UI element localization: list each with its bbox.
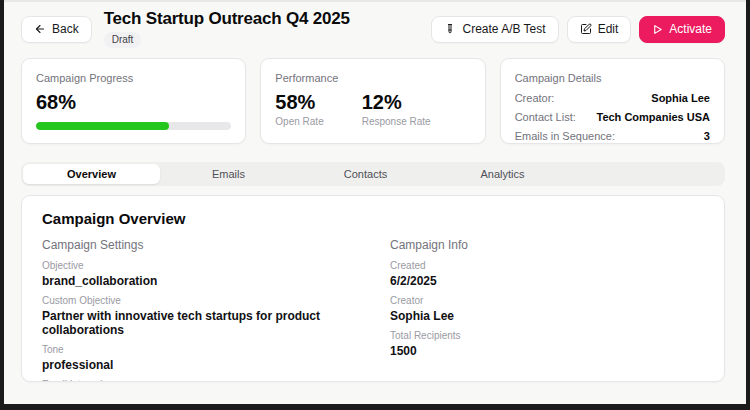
field-label: Objective bbox=[42, 260, 356, 271]
campaign-details-card: Campaign Details Creator: Sophia Lee Con… bbox=[500, 58, 725, 144]
field-creator: Creator Sophia Lee bbox=[390, 295, 704, 323]
page-content: Back Tech Startup Outreach Q4 2025 Draft… bbox=[4, 2, 746, 404]
stats-row: Campaign Progress 68% Performance 58% Op… bbox=[21, 58, 725, 144]
window-border-right bbox=[746, 0, 750, 410]
field-label: Created bbox=[390, 260, 704, 271]
field-custom-objective: Custom Objective Partner with innovative… bbox=[42, 295, 356, 337]
header: Back Tech Startup Outreach Q4 2025 Draft… bbox=[21, 10, 725, 48]
field-label: Email Interval bbox=[42, 379, 356, 382]
tab-overview[interactable]: Overview bbox=[23, 164, 160, 184]
campaign-progress-bar bbox=[36, 122, 231, 130]
performance-card: Performance 58% Open Rate 12% Response R… bbox=[260, 58, 485, 144]
field-objective: Objective brand_collaboration bbox=[42, 260, 356, 288]
field-value: 6/2/2025 bbox=[390, 274, 704, 288]
tab-analytics[interactable]: Analytics bbox=[434, 164, 571, 184]
campaign-info-column: Campaign Info Created 6/2/2025 Creator S… bbox=[390, 238, 704, 382]
field-value: Partner with innovative tech startups fo… bbox=[42, 309, 356, 337]
header-actions: Create A/B Test Edit Activate bbox=[431, 16, 725, 43]
campaign-overview-card: Campaign Overview Campaign Settings Obje… bbox=[21, 195, 725, 382]
field-total-recipients: Total Recipients 1500 bbox=[390, 330, 704, 358]
field-value: professional bbox=[42, 358, 356, 372]
test-tube-icon bbox=[444, 23, 456, 35]
edit-button-label: Edit bbox=[598, 22, 619, 36]
detail-row-value: Tech Companies USA bbox=[596, 111, 710, 124]
detail-row-label: Emails in Sequence: bbox=[515, 130, 615, 143]
detail-row-label: Contact List: bbox=[515, 111, 576, 124]
tab-emails[interactable]: Emails bbox=[160, 164, 297, 184]
pencil-square-icon bbox=[580, 23, 592, 35]
campaign-settings-column: Campaign Settings Objective brand_collab… bbox=[42, 238, 356, 382]
campaign-details-label: Campaign Details bbox=[515, 72, 710, 85]
field-value: 1500 bbox=[390, 344, 704, 358]
field-created: Created 6/2/2025 bbox=[390, 260, 704, 288]
detail-row-label: Creator: bbox=[515, 92, 555, 105]
detail-row-value: 3 bbox=[704, 130, 710, 143]
campaign-info-section-label: Campaign Info bbox=[390, 238, 704, 252]
window-border-bottom bbox=[0, 404, 750, 410]
response-rate-label: Response Rate bbox=[362, 116, 431, 127]
field-tone: Tone professional bbox=[42, 344, 356, 372]
field-value: brand_collaboration bbox=[42, 274, 356, 288]
activate-button-label: Activate bbox=[669, 22, 712, 36]
detail-row-contact-list: Contact List: Tech Companies USA bbox=[515, 111, 710, 124]
tab-contacts[interactable]: Contacts bbox=[297, 164, 434, 184]
open-rate-value: 58% bbox=[275, 91, 323, 113]
play-icon bbox=[652, 24, 663, 35]
open-rate-metric: 58% Open Rate bbox=[275, 91, 323, 127]
campaign-overview-title: Campaign Overview bbox=[42, 210, 704, 227]
detail-row-value: Sophia Lee bbox=[651, 92, 710, 105]
arrow-left-icon bbox=[34, 23, 46, 35]
tab-bar: Overview Emails Contacts Analytics bbox=[21, 162, 725, 186]
performance-metrics: 58% Open Rate 12% Response Rate bbox=[275, 91, 470, 127]
activate-button[interactable]: Activate bbox=[639, 16, 725, 43]
open-rate-label: Open Rate bbox=[275, 116, 323, 127]
window-border-left bbox=[0, 0, 4, 410]
title-block: Tech Startup Outreach Q4 2025 Draft bbox=[104, 10, 350, 48]
back-button-label: Back bbox=[52, 22, 79, 36]
edit-button[interactable]: Edit bbox=[567, 16, 632, 43]
response-rate-value: 12% bbox=[362, 91, 431, 113]
field-label: Custom Objective bbox=[42, 295, 356, 306]
detail-row-creator: Creator: Sophia Lee bbox=[515, 92, 710, 105]
campaign-details-rows: Creator: Sophia Lee Contact List: Tech C… bbox=[515, 92, 710, 143]
response-rate-metric: 12% Response Rate bbox=[362, 91, 431, 127]
field-label: Total Recipients bbox=[390, 330, 704, 341]
campaign-progress-value: 68% bbox=[36, 91, 231, 113]
field-value: Sophia Lee bbox=[390, 309, 704, 323]
field-label: Tone bbox=[42, 344, 356, 355]
performance-label: Performance bbox=[275, 72, 470, 85]
create-ab-test-button[interactable]: Create A/B Test bbox=[431, 16, 558, 43]
status-badge: Draft bbox=[104, 32, 142, 48]
field-email-interval: Email Interval 2 days bbox=[42, 379, 356, 382]
campaign-progress-card: Campaign Progress 68% bbox=[21, 58, 246, 144]
page-title: Tech Startup Outreach Q4 2025 bbox=[104, 10, 350, 28]
back-button[interactable]: Back bbox=[21, 16, 92, 43]
header-left: Back Tech Startup Outreach Q4 2025 Draft bbox=[21, 10, 350, 48]
field-label: Creator bbox=[390, 295, 704, 306]
detail-row-emails-in-sequence: Emails in Sequence: 3 bbox=[515, 130, 710, 143]
overview-columns: Campaign Settings Objective brand_collab… bbox=[42, 238, 704, 382]
app-window: Back Tech Startup Outreach Q4 2025 Draft… bbox=[0, 0, 750, 410]
create-ab-test-label: Create A/B Test bbox=[462, 22, 545, 36]
campaign-settings-section-label: Campaign Settings bbox=[42, 238, 356, 252]
campaign-progress-fill bbox=[36, 122, 169, 130]
campaign-progress-label: Campaign Progress bbox=[36, 72, 231, 85]
